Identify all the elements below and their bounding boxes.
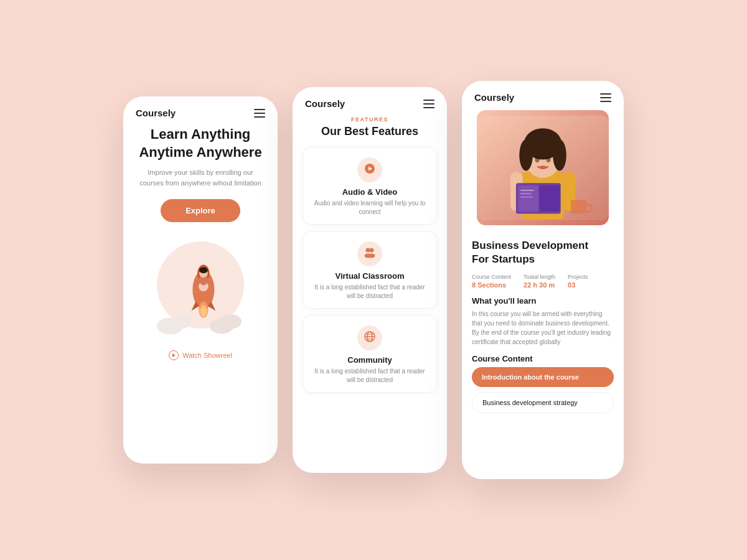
phone-2-header: Coursely — [293, 87, 447, 116]
svg-rect-41 — [540, 185, 560, 212]
svg-point-19 — [370, 248, 374, 253]
people-icon — [363, 247, 377, 261]
explore-button[interactable]: Explore — [161, 199, 240, 222]
menu-icon-3[interactable] — [600, 93, 611, 102]
rocket-illustration — [151, 232, 250, 344]
feature-icon-virtual — [357, 241, 382, 266]
phone-3-logo: Coursely — [474, 92, 514, 103]
svg-rect-44 — [520, 197, 533, 198]
phone-1-logo: Coursely — [136, 108, 176, 118]
feature-desc-3: It is a long established fact that a rea… — [312, 367, 428, 385]
svg-point-34 — [535, 157, 539, 162]
stat-label-1: Course Content — [472, 274, 511, 280]
svg-point-3 — [210, 318, 234, 334]
svg-rect-45 — [571, 200, 586, 213]
phone-1-header: Coursely — [123, 96, 278, 126]
phone-3-body: Business Development For Startups Course… — [462, 110, 624, 413]
hero-subtitle: Improve your skills by enrolling our cou… — [136, 167, 265, 188]
feature-title-3: Community — [312, 355, 428, 365]
content-item-strategy[interactable]: Business development strategy — [472, 392, 614, 413]
phone-3: Coursely — [462, 81, 624, 479]
stat-course-content: Course Content 8 Sections — [472, 274, 511, 289]
svg-point-1 — [171, 315, 190, 329]
feature-title-2: Virtual Classroom — [312, 271, 428, 281]
svg-rect-42 — [520, 190, 534, 191]
hero-title: Learn Anything Anytime Anywhere — [136, 126, 265, 161]
stat-projects: Projects 03 — [568, 274, 588, 289]
content-item-intro[interactable]: Introduction about the course — [472, 367, 614, 387]
phones-container: Coursely Learn Anything Anytime Anywhere… — [123, 81, 624, 479]
menu-icon[interactable] — [254, 109, 265, 118]
feature-card-virtual: Virtual Classroom It is a long establish… — [303, 231, 437, 309]
svg-point-10 — [200, 305, 207, 317]
svg-point-18 — [366, 248, 370, 253]
stat-label-2: Toatal length — [524, 274, 555, 280]
feature-title-1: Audio & Video — [312, 187, 428, 197]
menu-icon-2[interactable] — [423, 100, 435, 108]
globe-icon — [364, 330, 376, 345]
feature-card-community: Community It is a long established fact … — [303, 315, 437, 393]
svg-point-32 — [519, 139, 533, 170]
phone-1: Coursely Learn Anything Anytime Anywhere… — [123, 96, 278, 464]
rocket-svg — [151, 232, 250, 344]
feature-icon-community — [357, 325, 382, 350]
phone-3-header: Coursely — [462, 81, 624, 110]
course-stats: Course Content 8 Sections Toatal length … — [472, 274, 614, 289]
feature-icon-audio — [357, 157, 382, 182]
play-icon-feature — [365, 164, 375, 176]
svg-rect-43 — [520, 193, 532, 194]
phone-2-logo: Coursely — [305, 98, 345, 109]
stat-value-2: 22 h 30 m — [524, 281, 555, 289]
feature-desc-1: Audio and video learning will help you t… — [312, 199, 428, 217]
stat-length: Toatal length 22 h 30 m — [524, 274, 555, 289]
svg-rect-40 — [518, 185, 538, 212]
svg-point-33 — [553, 139, 566, 170]
phone-1-body: Learn Anything Anytime Anywhere Improve … — [123, 126, 278, 360]
watch-showreel-link[interactable]: Watch Showreel — [136, 350, 265, 360]
stat-label-3: Projects — [568, 274, 588, 280]
features-title: Our Best Features — [303, 125, 437, 138]
svg-point-35 — [546, 157, 550, 162]
phone-2: Coursely FEATURES Our Best Features — [293, 87, 447, 473]
course-content-heading: Course Content — [472, 354, 614, 363]
play-icon — [169, 350, 179, 360]
features-label: FEATURES — [303, 116, 437, 123]
feature-desc-2: It is a long established fact that a rea… — [312, 283, 428, 301]
svg-point-13 — [199, 268, 208, 274]
svg-point-36 — [538, 166, 547, 169]
what-youll-learn-desc: In this course you will be armed with ev… — [472, 309, 614, 347]
course-info: Business Development For Startups Course… — [462, 239, 624, 413]
course-image — [477, 110, 609, 225]
stat-value-3: 03 — [568, 281, 588, 289]
stat-value-1: 8 Sections — [472, 281, 511, 289]
feature-card-audio-video: Audio & Video Audio and video learning w… — [303, 147, 437, 225]
svg-point-21 — [369, 254, 375, 258]
what-youll-learn-heading: What you'll learn — [472, 296, 614, 306]
course-person-illustration — [477, 110, 609, 225]
course-title: Business Development For Startups — [472, 239, 614, 266]
phone-2-body: FEATURES Our Best Features Audio & Video… — [293, 116, 447, 393]
